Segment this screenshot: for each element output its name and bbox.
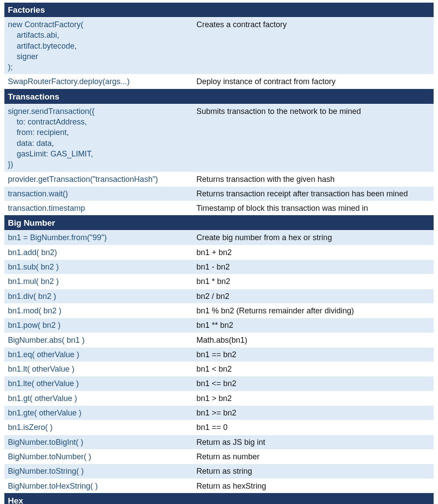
table-row: new ContractFactory( artifacts.abi, arti… xyxy=(4,17,434,74)
code-cell: SwapRouterFactory.deploy(args...) xyxy=(4,75,193,89)
code-cell: bn1.eq( otherValue ) xyxy=(4,348,193,362)
description-cell: Returns transaction receipt after transa… xyxy=(193,187,434,201)
code-cell: bn1.isZero( ) xyxy=(4,420,193,434)
code-cell: signer.sendTransaction({ to: contractAdd… xyxy=(4,104,193,172)
code-cell: provider.getTransaction("transactionHash… xyxy=(4,172,193,186)
code-cell: bn1.mod( bn2 ) xyxy=(4,304,193,318)
table-row: bn1.pow( bn2 )bn1 ** bn2 xyxy=(4,318,434,332)
code-cell: bn1.mul( bn2 ) xyxy=(4,274,193,288)
description-cell: Math.abs(bn1) xyxy=(193,333,434,347)
code-cell: bn1.pow( bn2 ) xyxy=(4,318,193,332)
section-header: Hex xyxy=(4,494,434,504)
code-cell: bn1.sub( bn2 ) xyxy=(4,260,193,274)
table-row: bn1.add( bn2)bn1 + bn2 xyxy=(4,245,434,259)
code-cell: bn1.lt( otherValue ) xyxy=(4,362,193,376)
table-row: bn1.mod( bn2 )bn1 % bn2 (Returns remaind… xyxy=(4,303,434,318)
table-row: bn1.eq( otherValue )bn1 == bn2 xyxy=(4,347,434,362)
table-row: provider.getTransaction("transactionHash… xyxy=(4,172,434,186)
description-cell: bn1 >= bn2 xyxy=(193,406,434,420)
table-row: bn1.gt( otherValue )bn1 > bn2 xyxy=(4,391,434,405)
table-row: BigNumber.toHexString( )Return as hexStr… xyxy=(4,479,434,494)
description-cell: Returns transaction with the given hash xyxy=(193,172,434,186)
table-row: SwapRouterFactory.deploy(args...)Deploy … xyxy=(4,74,434,90)
code-cell: transaction.timestamp xyxy=(4,201,193,215)
description-cell: Return as JS big int xyxy=(193,435,434,449)
description-cell: Return as string xyxy=(193,464,434,478)
section-header: Big Number xyxy=(4,217,434,230)
description-cell: Creates a contract factory xyxy=(193,18,434,32)
description-cell: bn1 * bn2 xyxy=(193,274,434,288)
description-cell: Return as number xyxy=(193,450,434,464)
table-row: bn1.sub( bn2 )bn1 - bn2 xyxy=(4,259,434,274)
table-row: bn1.lte( otherValue )bn1 <= bn2 xyxy=(4,376,434,390)
table-row: bn1.div( bn2 )bn2 / bn2 xyxy=(4,289,434,303)
description-cell: Deploy instance of contract from factory xyxy=(193,75,434,89)
cheatsheet-table: Factoriesnew ContractFactory( artifacts.… xyxy=(4,3,434,504)
table-row: bn1.mul( bn2 )bn1 * bn2 xyxy=(4,274,434,288)
table-row: transaction.wait()Returns transaction re… xyxy=(4,186,434,201)
code-cell: BigNumber.toHexString( ) xyxy=(4,479,193,493)
table-row: bn1.gte( otherValue )bn1 >= bn2 xyxy=(4,405,434,420)
code-cell: bn1.gte( otherValue ) xyxy=(4,406,193,420)
description-cell: Return as hexString xyxy=(193,479,434,493)
table-row: BigNumber.toBigInt( )Return as JS big in… xyxy=(4,435,434,449)
table-row: transaction.timestampTimestamp of block … xyxy=(4,201,434,217)
table-row: BigNumber.toString( )Return as string xyxy=(4,464,434,478)
table-row: bn1 = BigNumber.from("99")Create big num… xyxy=(4,230,434,245)
description-cell: Create big number from a hex or string xyxy=(193,231,434,245)
description-cell: bn1 - bn2 xyxy=(193,260,434,274)
code-cell: bn1 = BigNumber.from("99") xyxy=(4,231,193,245)
section-header: Transactions xyxy=(4,90,434,104)
code-cell: BigNumber.toString( ) xyxy=(4,464,193,478)
description-cell: Submits transaction to the network to be… xyxy=(193,104,434,118)
code-cell: bn1.gt( otherValue ) xyxy=(4,391,193,405)
description-cell: bn1 <= bn2 xyxy=(193,376,434,390)
code-cell: bn1.lte( otherValue ) xyxy=(4,376,193,390)
description-cell: bn1 + bn2 xyxy=(193,245,434,259)
description-cell: bn1 % bn2 (Returns remainder after divid… xyxy=(193,304,434,318)
code-cell: bn1.div( bn2 ) xyxy=(4,289,193,303)
table-row: BigNumber.toNumber( )Return as number xyxy=(4,449,434,464)
description-cell: bn1 > bn2 xyxy=(193,391,434,405)
description-cell: bn1 ** bn2 xyxy=(193,318,434,332)
code-cell: BigNumber.toNumber( ) xyxy=(4,450,193,464)
code-cell: BigNumber.toBigInt( ) xyxy=(4,435,193,449)
table-row: signer.sendTransaction({ to: contractAdd… xyxy=(4,104,434,172)
code-cell: BigNumber.abs( bn1 ) xyxy=(4,333,193,347)
description-cell: bn1 == bn2 xyxy=(193,348,434,362)
table-row: bn1.isZero( )bn1 == 0 xyxy=(4,420,434,434)
table-row: BigNumber.abs( bn1 )Math.abs(bn1) xyxy=(4,333,434,347)
code-cell: new ContractFactory( artifacts.abi, arti… xyxy=(4,18,193,74)
code-cell: transaction.wait() xyxy=(4,187,193,201)
table-row: bn1.lt( otherValue )bn1 < bn2 xyxy=(4,362,434,376)
section-header: Factories xyxy=(4,4,434,17)
description-cell: Timestamp of block this transaction was … xyxy=(193,201,434,215)
description-cell: bn1 == 0 xyxy=(193,420,434,434)
code-cell: bn1.add( bn2) xyxy=(4,245,193,259)
description-cell: bn1 < bn2 xyxy=(193,362,434,376)
description-cell: bn2 / bn2 xyxy=(193,289,434,303)
